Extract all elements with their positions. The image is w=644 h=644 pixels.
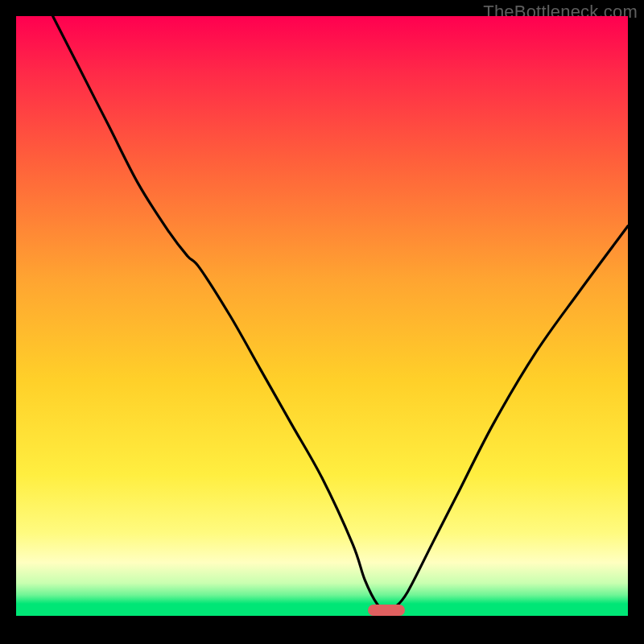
plot-area bbox=[16, 16, 628, 628]
chart-frame: TheBottleneck.com bbox=[0, 0, 644, 644]
bottleneck-curve bbox=[16, 16, 628, 628]
optimal-marker bbox=[368, 605, 405, 616]
